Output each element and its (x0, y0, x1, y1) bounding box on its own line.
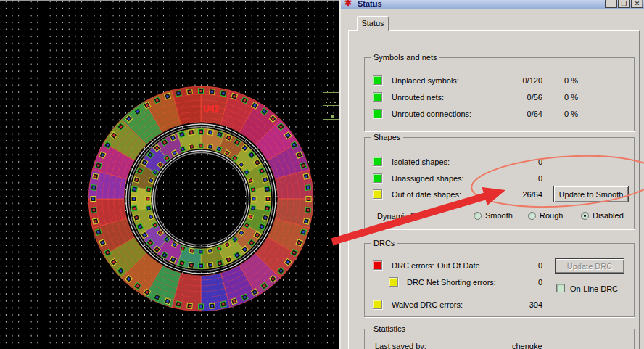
row-value: 0 (488, 174, 542, 183)
title-block-mark (331, 115, 334, 118)
screenshot-root: { "window": { "title": "Status", "contro… (0, 0, 644, 349)
minimize-button[interactable]: – (605, 0, 617, 8)
radio-label: Rough (540, 211, 563, 220)
row-value: 0/120 (488, 76, 542, 85)
update-to-smooth-button[interactable]: Update to Smooth (553, 186, 629, 202)
group-title: Symbols and nets (371, 53, 439, 62)
status-indicator[interactable] (389, 277, 398, 287)
status-dialog: ✱ Status – ❐ ✕ Status Symbols and nets U… (339, 0, 644, 349)
dynamic-fill-row: Dynamic fill: Smooth Rough Disabled (365, 211, 634, 222)
row-label: Last saved by: (375, 342, 426, 349)
status-indicator[interactable] (373, 157, 382, 166)
status-row-last-saved-by: Last saved by: chengke (365, 341, 634, 349)
status-indicator[interactable] (373, 109, 382, 118)
status-indicator[interactable] (373, 300, 382, 309)
pcb-ring-layout[interactable]: U43 (0, 1, 339, 349)
group-title: Statistics (371, 324, 408, 333)
row-label: DRC Net Shorting errors: (407, 278, 496, 287)
status-indicator[interactable] (373, 92, 382, 102)
row-value: 304 (488, 300, 542, 309)
title-block-row (323, 99, 339, 106)
dialog-title: Status (358, 0, 382, 8)
row-value: 0 (488, 278, 542, 287)
row-value: 0/64 (488, 110, 542, 118)
title-block-mark (326, 102, 327, 103)
group-symbols-and-nets: Symbols and nets Unplaced symbols: 0/120… (364, 57, 635, 131)
title-block-row (323, 93, 339, 99)
radio-icon[interactable] (581, 212, 589, 220)
row-value: 26/64 (488, 190, 542, 199)
dialog-body: Status Symbols and nets Unplaced symbols… (341, 9, 644, 349)
row-label: Unassigned shapes: (392, 174, 464, 183)
status-row-unassigned-shapes: Unassigned shapes: 0 (365, 173, 634, 184)
drawing-title-block (323, 86, 339, 120)
radio-smooth[interactable]: Smooth (474, 211, 513, 221)
row-label: Waived DRC errors: (392, 300, 463, 309)
maximize-button[interactable]: ❐ (618, 0, 630, 8)
title-block-row (323, 86, 339, 93)
group-drcs: DRCs DRC errors: Out Of Date 0 Update DR… (364, 243, 635, 317)
online-drc-checkbox[interactable] (556, 284, 565, 292)
radio-icon[interactable] (474, 212, 482, 220)
group-shapes: Shapes Isolated shapes: 0 Unassigned sha… (364, 137, 635, 229)
title-block-mark (334, 102, 336, 103)
tab-status[interactable]: Status (357, 16, 389, 31)
status-row-unrouted-nets: Unrouted nets: 0/56 0 % (365, 92, 634, 103)
title-block-mark (330, 102, 331, 103)
row-sublabel: Out Of Date (437, 261, 480, 270)
row-value: 0 (488, 157, 542, 166)
row-value: 0/56 (488, 93, 542, 102)
title-block-row (323, 106, 339, 112)
status-indicator[interactable] (373, 173, 382, 183)
row-label: Unplaced symbols: (392, 76, 459, 85)
row-percent: 0 % (564, 110, 578, 118)
radio-disabled[interactable]: Disabled (581, 211, 624, 221)
radio-label: Smooth (485, 211, 513, 220)
update-drc-button[interactable]: Update DRC (555, 258, 624, 274)
row-percent: 0 % (564, 93, 578, 102)
status-indicator[interactable] (373, 189, 382, 199)
title-block-row (323, 112, 339, 119)
row-label: Unrouted connections: (392, 110, 471, 118)
status-row-unrouted-connections: Unrouted connections: 0/64 0 % (365, 109, 634, 120)
design-canvas[interactable]: U43 (0, 0, 339, 349)
row-label: Out of date shapes: (392, 190, 461, 199)
status-row-unplaced-symbols: Unplaced symbols: 0/120 0 % (365, 75, 634, 86)
row-label: Unrouted nets: (392, 93, 444, 102)
group-title: Shapes (371, 133, 403, 141)
status-indicator[interactable] (373, 260, 382, 270)
status-indicator[interactable] (373, 75, 382, 85)
radio-icon[interactable] (528, 212, 536, 220)
row-value: chengke (512, 342, 542, 349)
group-statistics: Statistics Last saved by: chengke (364, 329, 635, 349)
close-button[interactable]: ✕ (631, 0, 643, 8)
row-percent: 0 % (564, 76, 578, 85)
radio-label: Disabled (593, 211, 624, 220)
status-row-isolated-shapes: Isolated shapes: 0 (365, 157, 634, 168)
row-value: 0 (488, 261, 542, 270)
dynamic-fill-label: Dynamic fill: (377, 212, 420, 221)
group-title: DRCs (371, 239, 397, 247)
svg-text:U43: U43 (203, 104, 219, 114)
radio-rough[interactable]: Rough (528, 211, 563, 221)
allegro-app-icon: ✱ (344, 0, 352, 8)
status-row-waived-drc-errors: Waived DRC errors: 304 (365, 300, 634, 311)
online-drc-label: On-Line DRC (570, 284, 618, 293)
dialog-titlebar[interactable]: ✱ Status – ❐ ✕ (341, 0, 644, 9)
row-label: DRC errors: (392, 261, 434, 270)
row-label: Isolated shapes: (392, 157, 450, 166)
